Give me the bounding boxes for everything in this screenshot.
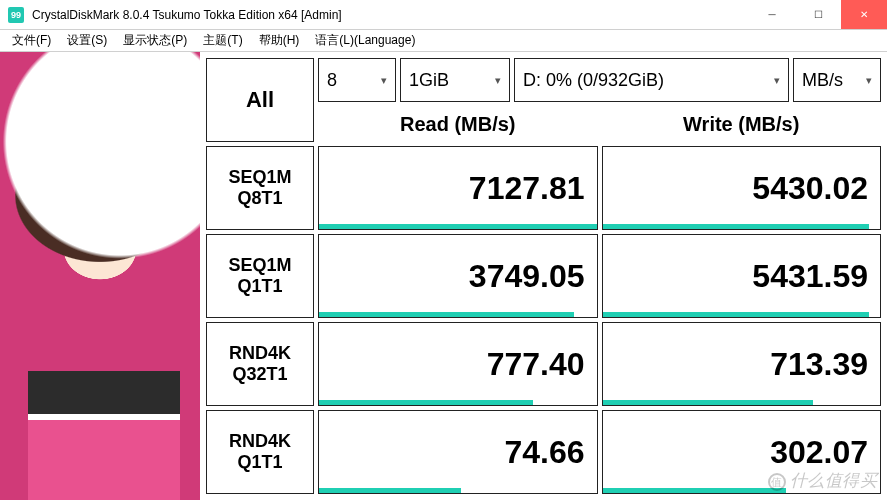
header-write: Write (MB/s) xyxy=(602,106,882,142)
read-text: 3749.05 xyxy=(469,258,585,295)
loop-count-value: 8 xyxy=(327,70,337,91)
chevron-down-icon: ▾ xyxy=(381,74,387,87)
header-read: Read (MB/s) xyxy=(318,106,598,142)
chevron-down-icon: ▾ xyxy=(774,74,780,87)
read-text: 74.66 xyxy=(504,434,584,471)
maximize-button[interactable]: ☐ xyxy=(795,0,841,29)
unit-select[interactable]: MB/s ▾ xyxy=(793,58,881,102)
test-size-value: 1GiB xyxy=(409,70,449,91)
theme-image xyxy=(0,52,200,500)
controls-row: 8 ▾ 1GiB ▾ D: 0% (0/932GiB) ▾ MB/s ▾ xyxy=(318,58,881,102)
minimize-button[interactable]: ─ xyxy=(749,0,795,29)
write-bar xyxy=(603,488,786,493)
menu-show-state[interactable]: 显示状态(P) xyxy=(115,30,195,51)
drive-value: D: 0% (0/932GiB) xyxy=(523,70,664,91)
menu-settings[interactable]: 设置(S) xyxy=(59,30,115,51)
titlebar: 99 CrystalDiskMark 8.0.4 Tsukumo Tokka E… xyxy=(0,0,887,30)
unit-value: MB/s xyxy=(802,70,843,91)
test-button-rnd4k-q1t1[interactable]: RND4K Q1T1 xyxy=(206,410,314,494)
read-value-1: 3749.05 xyxy=(318,234,598,318)
write-value-1: 5431.59 xyxy=(602,234,882,318)
watermark-text: 什么值得买 xyxy=(790,471,878,490)
test-label-l2: Q8T1 xyxy=(237,188,282,209)
close-button[interactable]: ✕ xyxy=(841,0,887,29)
menu-help[interactable]: 帮助(H) xyxy=(251,30,308,51)
watermark-icon: 值 xyxy=(768,473,786,491)
read-bar xyxy=(319,400,533,405)
test-label-l2: Q1T1 xyxy=(237,452,282,473)
test-label-l1: SEQ1M xyxy=(228,255,291,276)
chevron-down-icon: ▾ xyxy=(866,74,872,87)
test-label-l1: RND4K xyxy=(229,343,291,364)
test-size-select[interactable]: 1GiB ▾ xyxy=(400,58,510,102)
read-value-2: 777.40 xyxy=(318,322,598,406)
write-value-0: 5430.02 xyxy=(602,146,882,230)
read-value-3: 74.66 xyxy=(318,410,598,494)
read-value-0: 7127.81 xyxy=(318,146,598,230)
write-text: 5431.59 xyxy=(752,258,868,295)
app-icon: 99 xyxy=(8,7,24,23)
drive-select[interactable]: D: 0% (0/932GiB) ▾ xyxy=(514,58,789,102)
read-text: 7127.81 xyxy=(469,170,585,207)
test-label-l1: RND4K xyxy=(229,431,291,452)
test-label-l1: SEQ1M xyxy=(228,167,291,188)
test-button-rnd4k-q32t1[interactable]: RND4K Q32T1 xyxy=(206,322,314,406)
test-label-l2: Q32T1 xyxy=(232,364,287,385)
read-bar xyxy=(319,224,597,229)
window-controls: ─ ☐ ✕ xyxy=(749,0,887,29)
menubar: 文件(F) 设置(S) 显示状态(P) 主题(T) 帮助(H) 语言(L)(La… xyxy=(0,30,887,52)
write-text: 713.39 xyxy=(770,346,868,383)
write-value-2: 713.39 xyxy=(602,322,882,406)
read-text: 777.40 xyxy=(487,346,585,383)
write-bar xyxy=(603,400,814,405)
test-label-l2: Q1T1 xyxy=(237,276,282,297)
menu-theme[interactable]: 主题(T) xyxy=(195,30,250,51)
menu-file[interactable]: 文件(F) xyxy=(4,30,59,51)
read-bar xyxy=(319,312,574,317)
menu-language[interactable]: 语言(L)(Language) xyxy=(307,30,423,51)
write-text: 302.07 xyxy=(770,434,868,471)
chevron-down-icon: ▾ xyxy=(495,74,501,87)
run-all-button[interactable]: All xyxy=(206,58,314,142)
test-button-seq1m-q1t1[interactable]: SEQ1M Q1T1 xyxy=(206,234,314,318)
benchmark-grid: All 8 ▾ 1GiB ▾ D: 0% (0/932GiB) ▾ MB/s ▾… xyxy=(200,52,887,500)
loop-count-select[interactable]: 8 ▾ xyxy=(318,58,396,102)
watermark: 值什么值得买 xyxy=(768,469,878,492)
write-text: 5430.02 xyxy=(752,170,868,207)
test-button-seq1m-q8t1[interactable]: SEQ1M Q8T1 xyxy=(206,146,314,230)
window-title: CrystalDiskMark 8.0.4 Tsukumo Tokka Edit… xyxy=(32,8,749,22)
read-bar xyxy=(319,488,461,493)
write-bar xyxy=(603,312,869,317)
write-bar xyxy=(603,224,869,229)
